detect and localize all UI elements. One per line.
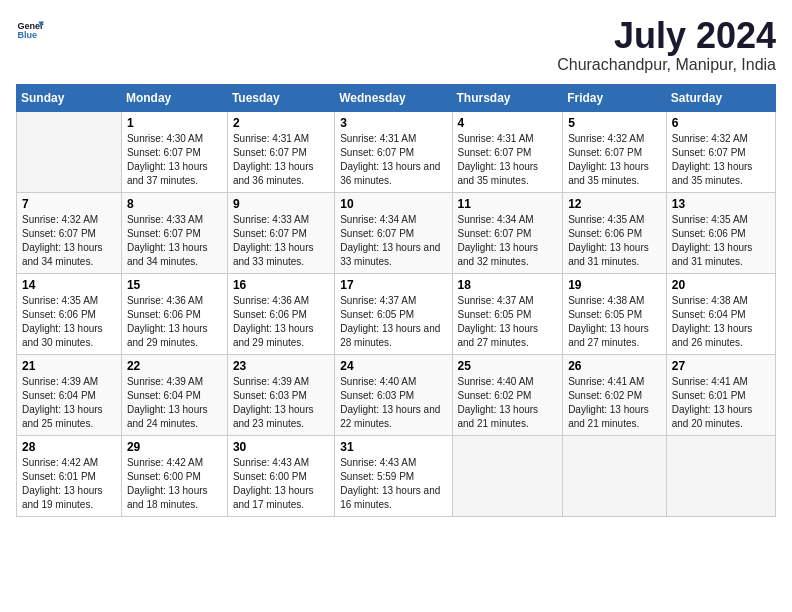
calendar-cell: 24Sunrise: 4:40 AM Sunset: 6:03 PM Dayli… — [335, 354, 452, 435]
title-section: July 2024 Churachandpur, Manipur, India — [557, 16, 776, 74]
calendar-cell: 20Sunrise: 4:38 AM Sunset: 6:04 PM Dayli… — [666, 273, 775, 354]
day-number: 19 — [568, 278, 661, 292]
day-info: Sunrise: 4:31 AM Sunset: 6:07 PM Dayligh… — [340, 132, 446, 188]
day-info: Sunrise: 4:34 AM Sunset: 6:07 PM Dayligh… — [340, 213, 446, 269]
day-number: 4 — [458, 116, 558, 130]
calendar-cell: 2Sunrise: 4:31 AM Sunset: 6:07 PM Daylig… — [227, 111, 334, 192]
day-info: Sunrise: 4:32 AM Sunset: 6:07 PM Dayligh… — [568, 132, 661, 188]
calendar-cell: 7Sunrise: 4:32 AM Sunset: 6:07 PM Daylig… — [17, 192, 122, 273]
calendar-cell: 9Sunrise: 4:33 AM Sunset: 6:07 PM Daylig… — [227, 192, 334, 273]
calendar-cell: 23Sunrise: 4:39 AM Sunset: 6:03 PM Dayli… — [227, 354, 334, 435]
calendar-cell — [452, 435, 563, 516]
day-number: 20 — [672, 278, 770, 292]
week-row-2: 7Sunrise: 4:32 AM Sunset: 6:07 PM Daylig… — [17, 192, 776, 273]
day-info: Sunrise: 4:30 AM Sunset: 6:07 PM Dayligh… — [127, 132, 222, 188]
logo-icon: General Blue — [16, 16, 44, 44]
day-info: Sunrise: 4:33 AM Sunset: 6:07 PM Dayligh… — [233, 213, 329, 269]
day-number: 31 — [340, 440, 446, 454]
calendar-cell: 13Sunrise: 4:35 AM Sunset: 6:06 PM Dayli… — [666, 192, 775, 273]
day-number: 15 — [127, 278, 222, 292]
day-number: 2 — [233, 116, 329, 130]
day-info: Sunrise: 4:31 AM Sunset: 6:07 PM Dayligh… — [233, 132, 329, 188]
day-info: Sunrise: 4:33 AM Sunset: 6:07 PM Dayligh… — [127, 213, 222, 269]
header-wednesday: Wednesday — [335, 84, 452, 111]
calendar-cell: 8Sunrise: 4:33 AM Sunset: 6:07 PM Daylig… — [121, 192, 227, 273]
calendar-cell: 26Sunrise: 4:41 AM Sunset: 6:02 PM Dayli… — [563, 354, 667, 435]
header: General Blue July 2024 Churachandpur, Ma… — [16, 16, 776, 74]
day-info: Sunrise: 4:36 AM Sunset: 6:06 PM Dayligh… — [233, 294, 329, 350]
day-info: Sunrise: 4:39 AM Sunset: 6:04 PM Dayligh… — [127, 375, 222, 431]
day-info: Sunrise: 4:37 AM Sunset: 6:05 PM Dayligh… — [458, 294, 558, 350]
calendar-cell: 25Sunrise: 4:40 AM Sunset: 6:02 PM Dayli… — [452, 354, 563, 435]
header-sunday: Sunday — [17, 84, 122, 111]
header-friday: Friday — [563, 84, 667, 111]
calendar-cell: 27Sunrise: 4:41 AM Sunset: 6:01 PM Dayli… — [666, 354, 775, 435]
header-thursday: Thursday — [452, 84, 563, 111]
calendar-cell: 18Sunrise: 4:37 AM Sunset: 6:05 PM Dayli… — [452, 273, 563, 354]
day-number: 16 — [233, 278, 329, 292]
calendar-cell: 10Sunrise: 4:34 AM Sunset: 6:07 PM Dayli… — [335, 192, 452, 273]
day-number: 27 — [672, 359, 770, 373]
logo: General Blue — [16, 16, 44, 44]
calendar-cell: 4Sunrise: 4:31 AM Sunset: 6:07 PM Daylig… — [452, 111, 563, 192]
day-info: Sunrise: 4:31 AM Sunset: 6:07 PM Dayligh… — [458, 132, 558, 188]
calendar-cell: 1Sunrise: 4:30 AM Sunset: 6:07 PM Daylig… — [121, 111, 227, 192]
day-info: Sunrise: 4:35 AM Sunset: 6:06 PM Dayligh… — [22, 294, 116, 350]
calendar-cell: 15Sunrise: 4:36 AM Sunset: 6:06 PM Dayli… — [121, 273, 227, 354]
day-info: Sunrise: 4:32 AM Sunset: 6:07 PM Dayligh… — [672, 132, 770, 188]
header-row: Sunday Monday Tuesday Wednesday Thursday… — [17, 84, 776, 111]
week-row-1: 1Sunrise: 4:30 AM Sunset: 6:07 PM Daylig… — [17, 111, 776, 192]
day-number: 9 — [233, 197, 329, 211]
day-number: 10 — [340, 197, 446, 211]
day-info: Sunrise: 4:39 AM Sunset: 6:03 PM Dayligh… — [233, 375, 329, 431]
calendar-cell: 5Sunrise: 4:32 AM Sunset: 6:07 PM Daylig… — [563, 111, 667, 192]
day-info: Sunrise: 4:36 AM Sunset: 6:06 PM Dayligh… — [127, 294, 222, 350]
calendar-cell — [666, 435, 775, 516]
day-number: 28 — [22, 440, 116, 454]
day-number: 26 — [568, 359, 661, 373]
day-info: Sunrise: 4:42 AM Sunset: 6:01 PM Dayligh… — [22, 456, 116, 512]
month-title: July 2024 — [557, 16, 776, 56]
day-number: 21 — [22, 359, 116, 373]
calendar-cell: 3Sunrise: 4:31 AM Sunset: 6:07 PM Daylig… — [335, 111, 452, 192]
day-info: Sunrise: 4:42 AM Sunset: 6:00 PM Dayligh… — [127, 456, 222, 512]
day-number: 14 — [22, 278, 116, 292]
week-row-5: 28Sunrise: 4:42 AM Sunset: 6:01 PM Dayli… — [17, 435, 776, 516]
day-info: Sunrise: 4:43 AM Sunset: 5:59 PM Dayligh… — [340, 456, 446, 512]
day-number: 22 — [127, 359, 222, 373]
day-info: Sunrise: 4:41 AM Sunset: 6:01 PM Dayligh… — [672, 375, 770, 431]
day-info: Sunrise: 4:34 AM Sunset: 6:07 PM Dayligh… — [458, 213, 558, 269]
header-tuesday: Tuesday — [227, 84, 334, 111]
calendar-cell: 22Sunrise: 4:39 AM Sunset: 6:04 PM Dayli… — [121, 354, 227, 435]
day-number: 11 — [458, 197, 558, 211]
calendar-cell: 16Sunrise: 4:36 AM Sunset: 6:06 PM Dayli… — [227, 273, 334, 354]
day-number: 18 — [458, 278, 558, 292]
day-info: Sunrise: 4:40 AM Sunset: 6:03 PM Dayligh… — [340, 375, 446, 431]
svg-text:Blue: Blue — [17, 30, 37, 40]
day-number: 29 — [127, 440, 222, 454]
day-info: Sunrise: 4:43 AM Sunset: 6:00 PM Dayligh… — [233, 456, 329, 512]
day-number: 30 — [233, 440, 329, 454]
day-info: Sunrise: 4:32 AM Sunset: 6:07 PM Dayligh… — [22, 213, 116, 269]
calendar-cell: 12Sunrise: 4:35 AM Sunset: 6:06 PM Dayli… — [563, 192, 667, 273]
day-number: 17 — [340, 278, 446, 292]
day-info: Sunrise: 4:39 AM Sunset: 6:04 PM Dayligh… — [22, 375, 116, 431]
day-number: 24 — [340, 359, 446, 373]
day-number: 7 — [22, 197, 116, 211]
day-info: Sunrise: 4:40 AM Sunset: 6:02 PM Dayligh… — [458, 375, 558, 431]
calendar-table: Sunday Monday Tuesday Wednesday Thursday… — [16, 84, 776, 517]
day-info: Sunrise: 4:35 AM Sunset: 6:06 PM Dayligh… — [568, 213, 661, 269]
calendar-cell: 19Sunrise: 4:38 AM Sunset: 6:05 PM Dayli… — [563, 273, 667, 354]
day-number: 13 — [672, 197, 770, 211]
day-number: 12 — [568, 197, 661, 211]
location-title: Churachandpur, Manipur, India — [557, 56, 776, 74]
day-number: 3 — [340, 116, 446, 130]
calendar-cell: 14Sunrise: 4:35 AM Sunset: 6:06 PM Dayli… — [17, 273, 122, 354]
calendar-cell — [563, 435, 667, 516]
day-number: 1 — [127, 116, 222, 130]
calendar-cell: 28Sunrise: 4:42 AM Sunset: 6:01 PM Dayli… — [17, 435, 122, 516]
day-info: Sunrise: 4:41 AM Sunset: 6:02 PM Dayligh… — [568, 375, 661, 431]
calendar-cell — [17, 111, 122, 192]
header-saturday: Saturday — [666, 84, 775, 111]
calendar-cell: 29Sunrise: 4:42 AM Sunset: 6:00 PM Dayli… — [121, 435, 227, 516]
